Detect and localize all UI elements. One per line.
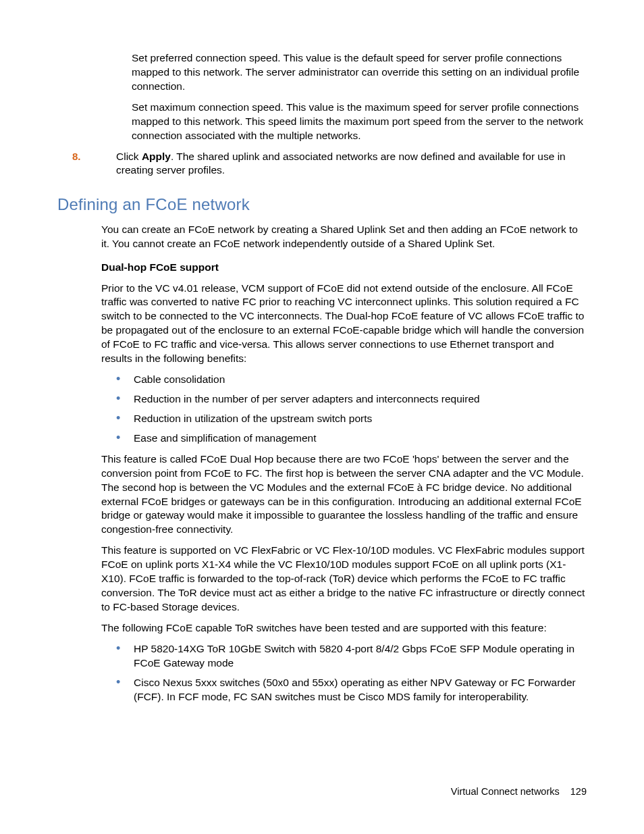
step-text-pre: Click bbox=[116, 151, 142, 162]
list-item: HP 5820-14XG ToR 10GbE Switch with 5820 … bbox=[101, 642, 587, 671]
dualhop-paragraph: This feature is called FCoE Dual Hop bec… bbox=[101, 452, 587, 538]
continued-paragraph-1: Set preferred connection speed. This val… bbox=[132, 51, 587, 94]
page-footer: Virtual Connect networks 129 bbox=[451, 785, 587, 799]
step-number: 8. bbox=[57, 150, 116, 178]
step-text-bold: Apply bbox=[142, 151, 171, 162]
list-item: Cisco Nexus 5xxx switches (50x0 and 55xx… bbox=[101, 676, 587, 704]
subheading: Dual-hop FCoE support bbox=[101, 261, 587, 275]
list-item: Cable consolidation bbox=[101, 373, 587, 387]
list-item: Reduction in the number of per server ad… bbox=[101, 392, 587, 407]
step-text-post: . The shared uplink and associated netwo… bbox=[116, 151, 566, 176]
ordered-step-8: 8. Click Apply. The shared uplink and as… bbox=[57, 150, 587, 178]
section-heading: Defining an FCoE network bbox=[57, 194, 587, 215]
switches-list: HP 5820-14XG ToR 10GbE Switch with 5820 … bbox=[101, 642, 587, 704]
tor-paragraph: The following FCoE capable ToR switches … bbox=[101, 621, 587, 635]
step-body: Click Apply. The shared uplink and assoc… bbox=[116, 150, 587, 178]
list-item: Ease and simplification of management bbox=[101, 432, 587, 446]
continued-paragraph-2: Set maximum connection speed. This value… bbox=[132, 101, 587, 143]
prior-paragraph: Prior to the VC v4.01 release, VCM suppo… bbox=[101, 282, 587, 367]
list-item: Reduction in utilization of the upstream… bbox=[101, 412, 587, 426]
benefits-list: Cable consolidation Reduction in the num… bbox=[101, 373, 587, 446]
support-paragraph: This feature is supported on VC FlexFabr… bbox=[101, 544, 587, 615]
intro-paragraph: You can create an FCoE network by creati… bbox=[101, 223, 587, 251]
page: Set preferred connection speed. This val… bbox=[0, 0, 644, 834]
footer-label: Virtual Connect networks bbox=[451, 786, 560, 797]
page-number: 129 bbox=[570, 786, 587, 797]
